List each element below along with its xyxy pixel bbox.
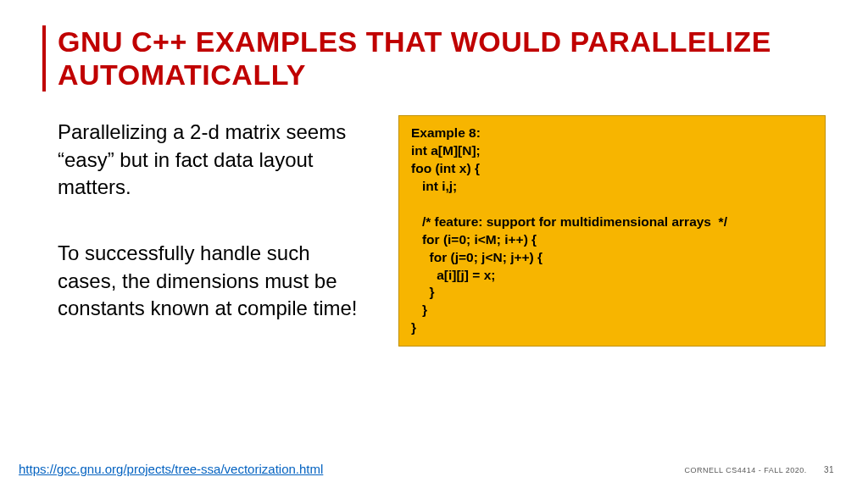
code-example: Example 8: int a[M][N]; foo (int x) { in…: [398, 115, 826, 347]
code-column: Example 8: int a[M][N]; foo (int x) { in…: [398, 115, 826, 361]
course-label: CORNELL CS4414 - FALL 2020.: [684, 466, 806, 474]
paragraph-2: To successfully handle such cases, the d…: [58, 240, 373, 322]
footer-meta: CORNELL CS4414 - FALL 2020. 31: [684, 465, 834, 474]
reference-link[interactable]: https://gcc.gnu.org/projects/tree-ssa/ve…: [19, 462, 323, 476]
slide: GNU C++ EXAMPLES THAT WOULD PARALLELIZE …: [0, 0, 868, 488]
title-block: GNU C++ EXAMPLES THAT WOULD PARALLELIZE …: [42, 25, 826, 92]
paragraph-1: Parallelizing a 2-d matrix seems “easy” …: [58, 119, 373, 201]
text-column: Parallelizing a 2-d matrix seems “easy” …: [42, 115, 373, 361]
slide-title: GNU C++ EXAMPLES THAT WOULD PARALLELIZE …: [58, 25, 826, 92]
content-row: Parallelizing a 2-d matrix seems “easy” …: [42, 115, 826, 361]
page-number: 31: [824, 465, 834, 474]
